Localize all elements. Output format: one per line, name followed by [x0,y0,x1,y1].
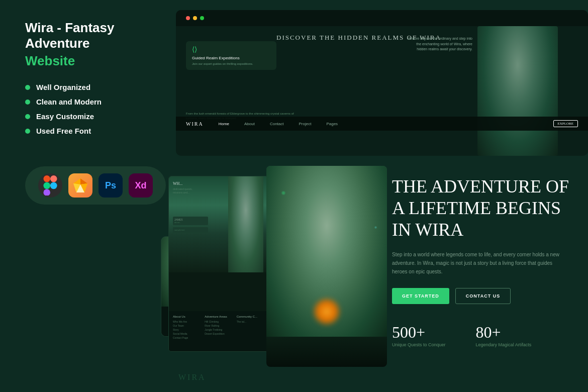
magic-glow [312,297,342,327]
footer-item: Jungle Trekking [205,328,232,331]
nav-logo: WIRA [186,121,204,127]
nav-pages: Pages [326,122,338,126]
right-panel: Discover the Hidden Realms of Wira ⟨⟩ Gu… [166,0,588,392]
info-title: Guided Realm Expeditions [192,56,270,60]
feature-item-1: Well Organized [25,83,146,91]
svg-rect-2 [50,182,57,189]
stat-quests: 500+ Unique Quests to Conquer [392,324,446,347]
nav-project: Project [299,122,312,126]
footer-item: Our Team [173,324,201,327]
desktop-section-desc: dedicated quests, missions and... [173,187,203,194]
navigation-bar: WIRA Home About Contact Project Pages EX… [176,117,588,131]
subtitle: Website [25,53,146,69]
top-content: Discover the Hidden Realms of Wira ⟨⟩ Gu… [176,26,588,156]
features-list: Well Organized Clean and Modern Easy Cus… [25,83,146,141]
tools-row: Ps Xd [25,166,166,205]
left-panel: Wira - Fantasy Adventure Website Well Or… [0,0,171,392]
bullet-icon [25,129,30,134]
hero-image [477,26,558,156]
footer-item: Social Media [173,332,201,335]
footer-item: River Rafting [205,324,232,327]
stat-artifacts-label: Legendary Magical Artifacts [476,342,532,347]
contact-us-button[interactable]: CONTACT US [455,288,511,304]
xd-icon: Xd [129,173,153,198]
svg-rect-3 [43,182,50,189]
footer-item: Contact Page [173,336,201,339]
svg-marker-6 [80,178,87,184]
svg-rect-4 [43,189,50,196]
nav-contact: Contact [270,122,284,126]
desktop-image: WH... dedicated quests, missions and... … [169,176,268,272]
bullet-icon [25,85,30,90]
footer-col-2: Adventure Areas Hill Climbing River Raft… [205,315,232,347]
figma-icon [38,173,62,198]
footer-item: Desert Expedition [205,332,232,335]
nav-home: Home [219,122,229,126]
bullet-icon [25,100,30,105]
main-title: Wira - Fantasy Adventure [25,20,146,51]
info-text: Join our expert guides on thrilling expe… [192,62,270,66]
dot-yellow [193,16,197,20]
cta-buttons: GET STARTED CONTACT US [392,288,583,304]
info-box: ⟨⟩ Guided Realm Expeditions Join our exp… [186,41,276,70]
hero-face [477,26,558,156]
side-description: Venture beyond the ordinary and step int… [407,36,472,52]
stat-artifacts-number: 80+ [476,324,532,340]
feature-item-3: Easy Customize [25,112,146,121]
main-text-area: The Adventure of a Lifetime Begins in Wi… [392,176,583,347]
svg-rect-1 [50,175,57,182]
stat-quests-label: Unique Quests to Conquer [392,342,446,347]
footer-col-1: About Us Who We Are Our Team Story Socia… [173,315,201,347]
get-started-button[interactable]: GET STARTED [392,288,449,304]
particle [374,226,377,229]
feature-item-2: Clean and Modern [25,97,146,106]
svg-rect-0 [43,175,50,182]
footer-item: Who We Are [173,320,201,323]
feature-item-4: Used Free Font [25,127,146,135]
bottom-logo: WIRA [178,373,206,382]
footer-item: Hill Climbing [205,320,232,323]
center-character [266,166,387,367]
dot-red [186,16,190,20]
top-preview: Discover the Hidden Realms of Wira ⟨⟩ Gu… [176,10,588,156]
desktop-footer: About Us Who We Are Our Team Story Socia… [169,311,268,351]
bullet-icon [25,114,30,119]
adventure-desc: Step into a world where legends come to … [392,250,563,276]
photoshop-icon: Ps [99,173,123,198]
desktop-preview: WH... dedicated quests, missions and... … [168,176,269,352]
stat-quests-number: 500+ [392,324,446,340]
info-icon: ⟨⟩ [192,45,270,54]
footer-col-title-2: Adventure Areas [205,315,232,318]
footer-col-title-3: Community C... [237,315,264,318]
footer-col-3: Community C... The tal... [237,315,264,347]
particle [281,191,285,195]
explore-button[interactable]: EXPLORE [553,120,578,127]
footer-col-title-1: About Us [173,315,201,318]
browser-chrome [176,10,588,26]
footer-item: Story [173,328,201,331]
adventure-title: The Adventure of a Lifetime Begins in Wi… [392,176,583,241]
nav-about: About [244,122,255,126]
stats-row: 500+ Unique Quests to Conquer 80+ Legend… [392,324,583,347]
footer-item: The tal... [237,320,264,323]
dot-green [200,16,204,20]
desktop-face-img [228,176,263,272]
sketch-icon [68,173,92,198]
desktop-section-title: WH... [173,181,203,186]
svg-marker-7 [73,178,80,184]
bottom-preview: WH... dedicated quests, missions and... … [166,166,588,392]
stat-artifacts: 80+ Legendary Magical Artifacts [476,324,532,347]
